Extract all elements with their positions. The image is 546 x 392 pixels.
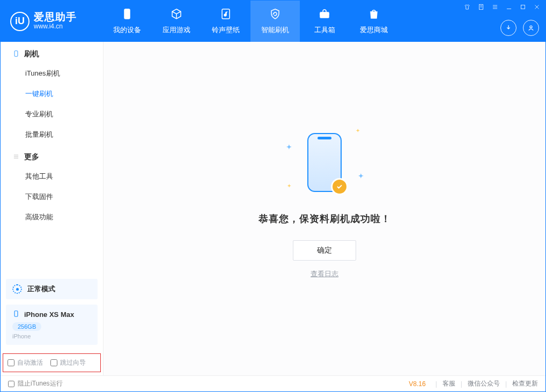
device-card[interactable]: iPhone XS Max 256GB iPhone: [6, 305, 98, 345]
mode-label: 正常模式: [27, 284, 55, 294]
svg-point-7: [530, 26, 532, 28]
device-phone-icon: [12, 310, 20, 319]
footer-link-service[interactable]: 客服: [442, 379, 455, 388]
checkbox-input[interactable]: [50, 359, 57, 366]
svg-rect-9: [14, 311, 18, 317]
success-message: 恭喜您，保资料刷机成功啦！: [259, 212, 391, 225]
sparkle-icon: ✦: [287, 183, 291, 189]
success-illustration: ✦ ✦ ✦ ✦: [276, 122, 373, 203]
sidebar-item-onekey-flash[interactable]: 一键刷机: [1, 84, 103, 104]
footer-right: V8.16 | 客服 | 微信公众号 | 检查更新: [409, 379, 538, 388]
close-icon[interactable]: [533, 3, 541, 11]
device-capacity-chip: 256GB: [12, 322, 41, 331]
checkbox-label: 阻止iTunes运行: [18, 379, 63, 388]
sidebar-item-download-firmware[interactable]: 下载固件: [1, 187, 103, 207]
sidebar-group-flash: 刷机: [1, 42, 103, 63]
tab-label: 铃声壁纸: [212, 25, 240, 35]
shopping-bag-icon: [367, 8, 380, 22]
footer-link-wechat[interactable]: 微信公众号: [468, 379, 500, 388]
sidebar-group-title: 刷机: [24, 49, 39, 59]
sidebar-item-other-tools[interactable]: 其他工具: [1, 166, 103, 187]
window-controls: [463, 3, 541, 11]
tab-label: 应用游戏: [163, 25, 190, 35]
tab-apps-games[interactable]: 应用游戏: [152, 1, 201, 42]
brand-logo-icon: iU: [10, 12, 29, 31]
brand-url: www.i4.cn: [34, 23, 77, 30]
menu-icon: [12, 153, 20, 162]
svg-rect-6: [521, 5, 525, 9]
tab-toolbox[interactable]: 工具箱: [300, 1, 349, 42]
mode-status-icon: [12, 284, 22, 294]
footer: 阻止iTunes运行 V8.16 | 客服 | 微信公众号 | 检查更新: [1, 375, 545, 391]
checkbox-label: 自动激活: [17, 358, 43, 367]
sidebar-group-more: 更多: [1, 145, 103, 166]
note-icon[interactable]: [477, 3, 485, 11]
download-button[interactable]: [500, 20, 517, 36]
sidebar-item-advanced[interactable]: 高级功能: [1, 207, 103, 227]
cube-icon: [170, 8, 183, 22]
minimize-icon[interactable]: [505, 3, 513, 11]
tab-store[interactable]: 爱思商城: [349, 1, 399, 42]
sidebar-item-itunes-flash[interactable]: iTunes刷机: [1, 63, 103, 84]
sparkle-icon: ✦: [356, 128, 360, 134]
menu-lines-icon[interactable]: [491, 3, 499, 11]
device-name: iPhone XS Max: [24, 310, 74, 319]
version-label: V8.16: [409, 380, 425, 388]
checkbox-input[interactable]: [8, 359, 14, 366]
header-actions: [500, 20, 539, 36]
music-note-icon: [219, 8, 232, 22]
checkbox-input[interactable]: [8, 381, 14, 387]
sidebar-item-pro-flash[interactable]: 专业刷机: [1, 104, 103, 124]
checkbox-skip-guide[interactable]: 跳过向导: [50, 358, 86, 367]
toolbox-icon: [318, 8, 331, 22]
main-panel: ✦ ✦ ✦ ✦ 恭喜您，保资料刷机成功啦！ 确定 查看日志: [104, 42, 545, 375]
sidebar-group-title: 更多: [24, 152, 39, 162]
tab-label: 爱思商城: [360, 25, 388, 35]
separator: |: [461, 380, 462, 388]
tab-label: 工具箱: [314, 25, 335, 35]
svg-rect-3: [320, 12, 329, 18]
phone-icon: [121, 8, 134, 22]
svg-rect-4: [320, 14, 329, 14]
footer-link-update[interactable]: 检查更新: [512, 379, 538, 388]
tab-smart-flash[interactable]: 智能刷机: [250, 1, 300, 42]
maximize-icon[interactable]: [519, 3, 527, 11]
ok-button[interactable]: 确定: [293, 240, 356, 261]
sidebar-item-batch-flash[interactable]: 批量刷机: [1, 124, 103, 145]
sparkle-icon: ✦: [286, 143, 292, 151]
brand: iU 爱思助手 www.i4.cn: [1, 1, 102, 42]
tab-label: 我的设备: [113, 25, 141, 35]
svg-rect-8: [14, 50, 18, 56]
mode-card[interactable]: 正常模式: [6, 279, 98, 299]
tab-ringtones-wallpaper[interactable]: 铃声壁纸: [201, 1, 250, 42]
sidebar: 刷机 iTunes刷机 一键刷机 专业刷机 批量刷机 更多 其他工具 下载固件 …: [1, 42, 104, 375]
workspace: 刷机 iTunes刷机 一键刷机 专业刷机 批量刷机 更多 其他工具 下载固件 …: [1, 42, 545, 375]
svg-rect-1: [126, 18, 128, 18]
shield-refresh-icon: [269, 8, 282, 22]
check-badge-icon: [331, 178, 348, 195]
view-log-link[interactable]: 查看日志: [311, 269, 338, 279]
tab-my-device[interactable]: 我的设备: [102, 1, 152, 42]
separator: |: [436, 380, 437, 388]
sidebar-options-highlighted: 自动激活 跳过向导: [3, 353, 101, 372]
user-button[interactable]: [523, 20, 539, 36]
titlebar: iU 爱思助手 www.i4.cn 我的设备 应用游戏 铃声壁纸 智能刷机 工具…: [1, 1, 545, 42]
phone-outline-icon: [12, 50, 20, 59]
shirt-icon[interactable]: [463, 3, 471, 11]
device-subtitle: iPhone: [12, 333, 91, 339]
sparkle-icon: ✦: [358, 172, 364, 180]
sidebar-bottom: 正常模式 iPhone XS Max 256GB iPhone: [1, 279, 103, 350]
brand-name: 爱思助手: [34, 12, 77, 23]
separator: |: [505, 380, 507, 388]
checkbox-block-itunes[interactable]: 阻止iTunes运行: [8, 379, 63, 388]
checkbox-auto-activate[interactable]: 自动激活: [8, 358, 43, 367]
tab-label: 智能刷机: [261, 25, 289, 35]
phone-graphic: [307, 133, 342, 192]
checkbox-label: 跳过向导: [60, 358, 86, 367]
